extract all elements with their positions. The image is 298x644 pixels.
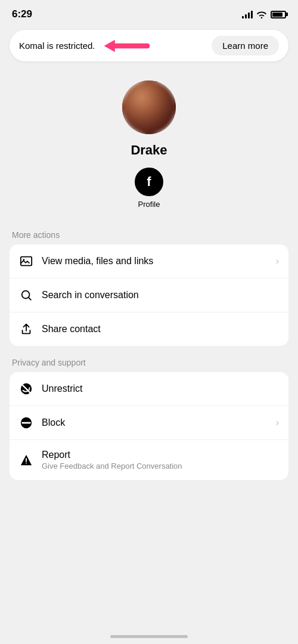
more-actions-card: View media, files and links › Search in …	[10, 244, 288, 346]
restricted-banner: Komal is restricted. Learn more	[10, 30, 288, 61]
block-item[interactable]: Block ›	[10, 405, 288, 439]
report-sublabel: Give Feedback and Report Conversation	[42, 462, 279, 470]
media-icon	[19, 254, 33, 268]
block-icon	[19, 416, 33, 430]
banner-text: Komal is restricted.	[19, 41, 95, 51]
svg-marker-0	[104, 39, 115, 51]
report-text: Report Give Feedback and Report Conversa…	[42, 450, 279, 470]
avatar	[122, 80, 176, 134]
facebook-icon: f	[147, 175, 151, 188]
unrestrict-item[interactable]: Unrestrict	[10, 372, 288, 405]
search-conversation-label: Search in conversation	[42, 290, 139, 300]
search-conversation-text: Search in conversation	[42, 290, 279, 301]
privacy-support-card: Unrestrict Block ›	[10, 372, 288, 480]
block-text: Block	[42, 417, 268, 428]
report-label: Report	[42, 450, 70, 460]
facebook-profile-button[interactable]: f	[135, 168, 163, 196]
status-icons	[242, 10, 286, 18]
battery-icon	[271, 11, 286, 18]
view-media-label: View media, files and links	[42, 256, 153, 266]
share-icon	[19, 322, 33, 336]
svg-point-2	[23, 259, 25, 261]
block-chevron-icon: ›	[276, 417, 279, 428]
search-conversation-item[interactable]: Search in conversation	[10, 278, 288, 312]
block-label: Block	[42, 417, 65, 428]
more-actions-section: More actions View media, files and links…	[0, 223, 298, 346]
signal-icon	[242, 10, 253, 18]
status-time: 6:29	[12, 8, 32, 20]
profile-label: Profile	[138, 200, 160, 209]
unrestrict-label: Unrestrict	[42, 383, 82, 394]
profile-action[interactable]: f Profile	[135, 168, 163, 209]
view-media-item[interactable]: View media, files and links ›	[10, 244, 288, 278]
pink-arrow-icon	[102, 35, 150, 57]
search-icon	[19, 288, 33, 302]
share-contact-label: Share contact	[42, 324, 101, 334]
share-contact-item[interactable]: Share contact	[10, 312, 288, 346]
chevron-icon: ›	[276, 256, 279, 267]
report-item[interactable]: Report Give Feedback and Report Conversa…	[10, 439, 288, 480]
learn-more-button[interactable]: Learn more	[212, 36, 279, 55]
report-icon	[19, 453, 33, 467]
status-bar: 6:29	[0, 0, 298, 25]
share-contact-text: Share contact	[42, 324, 279, 335]
view-media-text: View media, files and links	[42, 256, 268, 267]
privacy-support-section: Privacy and support Unrestrict	[0, 351, 298, 480]
unrestrict-text: Unrestrict	[42, 383, 279, 394]
privacy-support-title: Privacy and support	[10, 351, 288, 372]
more-actions-title: More actions	[10, 223, 288, 244]
home-indicator	[110, 635, 188, 638]
unrestrict-icon	[19, 382, 33, 396]
svg-point-6	[26, 462, 27, 463]
profile-section: Drake f Profile	[0, 66, 298, 218]
wifi-icon	[256, 10, 267, 18]
profile-name: Drake	[131, 143, 167, 158]
